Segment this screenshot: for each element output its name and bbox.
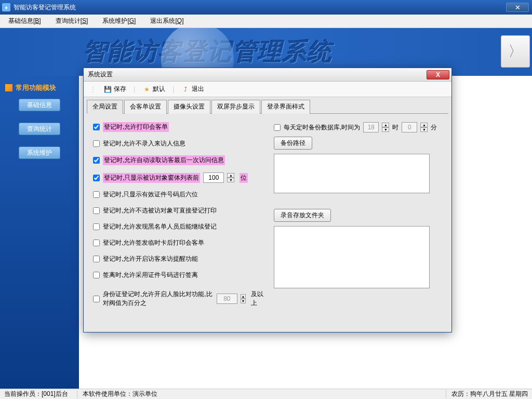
chk-face-compare[interactable] <box>93 296 100 302</box>
status-operator: [001]后台 <box>42 390 68 397</box>
tab-global[interactable]: 全局设置 <box>87 100 123 114</box>
banner-next-button[interactable]: 〉 <box>501 35 530 68</box>
exit-button[interactable]: ⤴退出 <box>178 84 207 95</box>
dialog-titlebar: 系统设置 X <box>84 68 451 82</box>
sidebar-item-basic[interactable]: 基础信息 <box>19 99 60 111</box>
backup-path-text[interactable] <box>274 154 430 193</box>
tab-row: 全局设置 会客单设置 摄像头设置 双屏异步显示 登录界面样式 <box>87 99 448 114</box>
chk-signoff-id[interactable] <box>93 272 100 278</box>
lbl-print-form: 登记时,允许打印会客单 <box>103 122 169 132</box>
pencil-icon <box>5 84 12 91</box>
chk-no-target[interactable] <box>93 207 100 214</box>
lbl-auto-read: 登记时,允许自动读取访客最后一次访问信息 <box>103 155 225 165</box>
list-limit-input[interactable] <box>203 172 224 183</box>
menu-maint[interactable]: 系统维护[G] <box>102 17 136 25</box>
lbl-visitor-remind: 登记时,允许开启访客来访提醒功能 <box>103 255 198 263</box>
tab-dual-screen[interactable]: 双屏异步显示 <box>211 100 260 114</box>
chk-blacklist-continue[interactable] <box>93 223 100 230</box>
tab-visitor-form[interactable]: 会客单设置 <box>124 100 167 114</box>
chk-print-form[interactable] <box>93 124 100 130</box>
tab-login-style[interactable]: 登录界面样式 <box>261 100 310 114</box>
menu-basic[interactable]: 基础信息[B] <box>8 17 41 25</box>
lbl-blacklist-continue: 登记时,允许发现黑名单人员后能继续登记 <box>103 222 217 231</box>
tab-camera[interactable]: 摄像头设置 <box>168 100 210 114</box>
lbl-list-limit-post: 位 <box>240 173 248 183</box>
statusbar: 当前操作员：[001]后台 本软件使用单位：演示单位 农历：狗年八月廿五 星期四 <box>0 389 532 399</box>
lbl-temp-card-print: 登记时,允许签发临时卡后打印会客单 <box>103 238 204 247</box>
chk-skip-visitor[interactable] <box>93 140 100 147</box>
save-icon: 💾 <box>103 85 112 94</box>
menu-query[interactable]: 查询统计[S] <box>56 17 88 25</box>
star-icon: ★ <box>142 85 151 94</box>
main-close-button[interactable]: ✕ <box>506 3 529 12</box>
sidebar-item-query[interactable]: 查询统计 <box>19 123 60 135</box>
backup-hour-input <box>363 122 379 132</box>
lbl-no-target: 登记时,允许不选被访对象可直接登记打印 <box>103 206 217 215</box>
sidebar-header: 常用功能模块 <box>0 81 79 99</box>
lbl-signoff-id: 签离时,允许采用证件号码进行签离 <box>103 271 198 280</box>
lbl-face-compare-post: 及以上 <box>251 290 264 308</box>
lbl-face-compare-pre: 身份证登记时,允许开启人脸比对功能,比对阀值为百分之 <box>103 290 214 308</box>
dialog-close-button[interactable]: X <box>427 70 449 79</box>
default-button[interactable]: ★默认 <box>139 84 168 95</box>
record-folder-text[interactable] <box>274 226 430 288</box>
menu-exit[interactable]: 退出系统[Q] <box>150 17 183 25</box>
status-unit: 演示单位 <box>132 390 157 397</box>
dialog-toolbar: ⋮ 💾保存 | ★默认 | ⤴退出 <box>84 82 451 97</box>
chk-visitor-remind[interactable] <box>93 256 100 262</box>
face-threshold-spinner: ▲▼ <box>241 294 246 303</box>
main-titlebar: ♦ 智能访客登记管理系统 ✕ <box>0 0 532 15</box>
record-folder-button[interactable]: 录音存放文件夹 <box>274 209 331 222</box>
sidebar: 常用功能模块 基础信息 查询统计 系统维护 <box>0 76 79 389</box>
chk-daily-backup[interactable] <box>274 124 281 131</box>
chk-auto-read[interactable] <box>93 157 100 164</box>
chk-temp-card-print[interactable] <box>93 240 100 246</box>
backup-hour-spinner: ▲▼ <box>382 123 389 132</box>
dialog-title: 系统设置 <box>88 70 113 79</box>
menubar: 基础信息[B] 查询统计[S] 系统维护[G] 退出系统[Q] <box>0 15 532 28</box>
lbl-daily-backup: 每天定时备份数据库,时间为 <box>284 123 360 132</box>
list-limit-spinner[interactable]: ▲▼ <box>227 173 234 182</box>
save-button[interactable]: 💾保存 <box>100 84 129 95</box>
chk-list-limit[interactable] <box>93 175 100 181</box>
exit-icon: ⤴ <box>181 85 190 94</box>
backup-min-input <box>402 122 417 132</box>
lbl-skip-visitor: 登记时,允许不录入来访人信息 <box>103 139 185 148</box>
window-title: 智能访客登记管理系统 <box>14 3 76 12</box>
status-lunar: 狗年八月廿五 星期四 <box>470 390 528 397</box>
lbl-list-limit-pre: 登记时,只显示被访对象窗体列表前 <box>103 173 200 183</box>
sidebar-item-maint[interactable]: 系统维护 <box>19 147 60 159</box>
app-icon: ♦ <box>2 3 10 11</box>
face-threshold-input <box>217 294 237 304</box>
backup-min-spinner: ▲▼ <box>420 123 428 132</box>
lbl-mask-id: 登记时,只显示有效证件号码后六位 <box>103 190 198 199</box>
settings-dialog: 系统设置 X ⋮ 💾保存 | ★默认 | ⤴退出 全局设置 会客单设置 摄像头设… <box>83 68 452 332</box>
backup-path-button[interactable]: 备份路径 <box>274 137 312 150</box>
chk-mask-id[interactable] <box>93 191 100 198</box>
